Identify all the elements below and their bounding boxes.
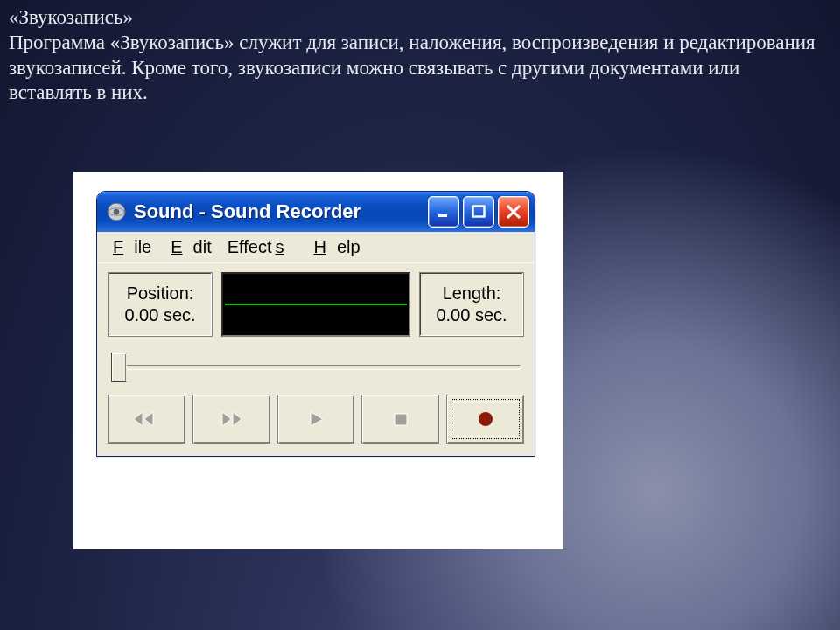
window-title: Sound - Sound Recorder — [134, 200, 421, 223]
menu-help[interactable]: Help — [306, 235, 370, 259]
svg-marker-6 — [134, 412, 143, 426]
length-panel: Length: 0.00 sec. — [419, 272, 524, 337]
position-slider[interactable] — [111, 353, 521, 382]
length-value: 0.00 sec. — [436, 304, 507, 326]
seek-end-button[interactable] — [192, 395, 270, 444]
stop-button[interactable] — [361, 395, 439, 444]
screenshot-container: Sound - Sound Recorder File Edit Effects — [74, 172, 564, 550]
position-label: Position: — [127, 283, 194, 304]
menubar: File Edit Effects Help — [97, 232, 535, 262]
slide-title: «Звукозапись» — [9, 6, 133, 28]
client-area: Position: 0.00 sec. Length: 0.00 sec. — [97, 262, 535, 456]
svg-rect-10 — [395, 414, 407, 425]
window-controls — [428, 196, 529, 228]
menu-effects[interactable]: Effects — [224, 235, 305, 259]
waveform-display — [221, 272, 410, 337]
titlebar[interactable]: Sound - Sound Recorder — [97, 192, 535, 232]
svg-marker-9 — [311, 412, 323, 426]
slider-track — [111, 365, 521, 370]
svg-marker-7 — [222, 412, 231, 426]
sound-recorder-window: Sound - Sound Recorder File Edit Effects — [96, 191, 536, 457]
transport-buttons — [108, 395, 524, 444]
svg-point-2 — [114, 209, 119, 214]
svg-point-11 — [479, 412, 493, 426]
slide-body: Программа «Звукозапись» служит для запис… — [9, 32, 816, 104]
position-panel: Position: 0.00 sec. — [108, 272, 213, 337]
maximize-button[interactable] — [463, 196, 494, 228]
record-button[interactable] — [446, 395, 524, 444]
minimize-button[interactable] — [428, 196, 459, 228]
svg-rect-3 — [438, 214, 447, 217]
menu-file[interactable]: File — [106, 235, 162, 259]
svg-marker-5 — [144, 412, 153, 426]
length-label: Length: — [443, 283, 501, 304]
seek-start-button[interactable] — [108, 395, 186, 444]
close-button[interactable] — [498, 196, 529, 228]
svg-marker-8 — [233, 412, 242, 426]
slide-description: «Звукозапись» Программа «Звукозапись» сл… — [9, 5, 822, 106]
menu-edit[interactable]: Edit — [164, 235, 221, 259]
slider-thumb[interactable] — [111, 353, 127, 382]
app-icon — [106, 201, 127, 222]
play-button[interactable] — [277, 395, 355, 444]
position-value: 0.00 sec. — [124, 304, 195, 326]
svg-rect-4 — [473, 206, 485, 217]
